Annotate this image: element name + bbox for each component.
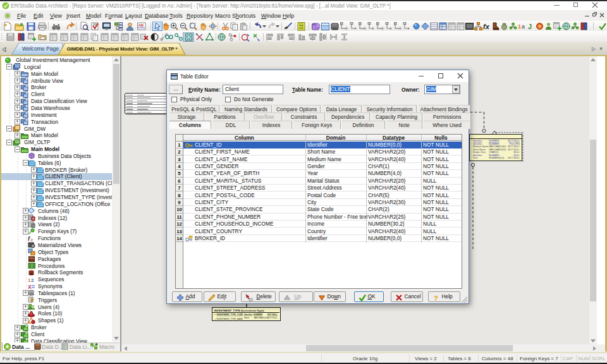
svg-text:2: 2 — [31, 277, 34, 283]
svg-text:NULL: NULL — [513, 154, 520, 157]
svg-text:Identifier: Identifier — [473, 143, 482, 145]
svg-text:NOT NULL: NOT NULL — [267, 313, 278, 315]
svg-text:NOT NULL: NOT NULL — [508, 149, 520, 151]
svg-text:Year: Year — [473, 157, 478, 159]
svg-text:NUMBER: NUMBER — [254, 313, 263, 315]
svg-text:Short Name: Short Name — [473, 149, 486, 151]
svg-text:?: ? — [434, 294, 438, 301]
svg-text:Medium Name: Medium Name — [473, 145, 489, 148]
svg-text:VARCHAR2(20): VARCHAR2(20) — [254, 316, 268, 318]
svg-text:VARCHAR2(40): VARCHAR2(40) — [489, 145, 506, 148]
svg-text:Identifier: Identifier — [473, 154, 482, 157]
svg-text:INVESTMENT_TYPE_CODE: INVESTMENT_TYPE_CODE — [217, 313, 243, 315]
svg-text:NOT NULL: NOT NULL — [508, 145, 520, 148]
svg-text:NUMBER: NUMBER — [489, 154, 500, 157]
svg-text:CHAR(1): CHAR(1) — [489, 151, 499, 154]
svg-text:Identifier: Identifier — [244, 313, 253, 315]
svg-text:NOT NULL: NOT NULL — [508, 157, 520, 159]
svg-text:VARCHAR2(20): VARCHAR2(20) — [489, 149, 506, 151]
svg-text:AB: AB — [138, 23, 144, 27]
svg-text:Single Char: Single Char — [473, 151, 486, 154]
svg-text:fx: fx — [483, 23, 490, 30]
svg-text:Name: Name — [244, 316, 250, 318]
svg-text:◇ INVESTMENT_TYPE_NAME: ◇ INVESTMENT_TYPE_NAME — [214, 318, 243, 320]
svg-text:NUMBER(4,0): NUMBER(4,0) — [489, 157, 505, 159]
svg-text:1: 1 — [518, 23, 521, 30]
svg-text:Firm (FK): Firm (FK) — [510, 143, 520, 145]
svg-text:a: a — [522, 23, 525, 30]
svg-text:x: x — [30, 237, 34, 241]
svg-text:NOT NULL: NOT NULL — [267, 316, 278, 318]
svg-text:f: f — [28, 236, 30, 242]
svg-text:Identifier: Identifier — [473, 140, 482, 142]
svg-text:X: X — [28, 284, 32, 290]
svg-text:INVESTMENT_TYPE (Investment Ty: INVESTMENT_TYPE (Investment Type) — [214, 308, 265, 312]
svg-text:NUMBER: NUMBER — [489, 143, 500, 145]
svg-text:NULL: NULL — [513, 151, 520, 154]
svg-text:NUMBER: NUMBER — [489, 140, 500, 142]
svg-text:J: J — [528, 23, 532, 30]
svg-text:NOT NULL: NOT NULL — [508, 140, 520, 142]
